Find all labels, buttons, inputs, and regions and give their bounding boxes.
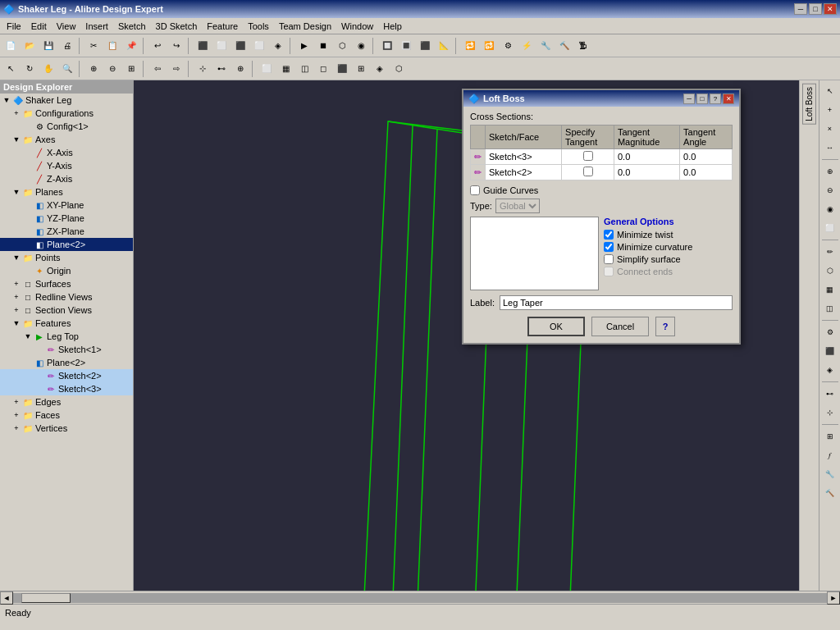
viewport[interactable]: 🔷 Loft Boss ─ □ ? ✕ Cross Sections: Sk [134,80,819,591]
nav1[interactable]: ⇦ [148,60,167,78]
tree-item-leg-top[interactable]: ▼ ▶ Leg Top [0,330,133,343]
tree-item-surfaces[interactable]: + □ Surfaces [0,277,133,290]
minimize-curvature-checkbox[interactable] [604,242,614,252]
undo-button[interactable]: ↩ [148,37,167,55]
tree-item-sketch2b[interactable]: ✏ Sketch<2> [0,369,133,382]
scroll-left[interactable]: ◄ [0,591,13,605]
tree-item-config1[interactable]: ⚙ Config<1> [0,120,133,133]
loft-boss-side-label[interactable]: Loft Boss [802,84,816,125]
tree-item-sketch1[interactable]: ✏ Sketch<1> [0,343,133,356]
menu-3dsketch[interactable]: 3D Sketch [151,20,203,33]
tb9[interactable]: ◉ [352,37,370,55]
snap1[interactable]: ⊹ [194,60,212,78]
rt11[interactable]: ▦ [821,281,839,299]
expander-leg-top[interactable]: ▼ [23,331,33,341]
expander-edges[interactable]: + [11,397,21,407]
menu-file[interactable]: File [2,20,26,33]
help-button[interactable]: ? [655,317,675,336]
tb20[interactable]: 🗜 [574,37,592,55]
rt3[interactable]: × [821,120,839,138]
tb14[interactable]: 🔁 [461,37,479,55]
tree-item-plane2[interactable]: ◧ Plane<2> [0,238,133,251]
display7[interactable]: ◈ [371,60,389,78]
tree-item-features[interactable]: ▼ 📁 Features [0,317,133,330]
pan-button[interactable]: ✋ [39,60,57,78]
expander-points[interactable]: ▼ [11,253,21,262]
scroll-thumb[interactable] [21,593,71,603]
select-button[interactable]: ↖ [2,60,20,78]
title-controls[interactable]: ─ □ ✕ [794,3,837,15]
label-input[interactable] [500,295,733,310]
dialog-controls[interactable]: ─ □ ? ✕ [683,94,734,104]
scroll-track[interactable] [13,593,827,603]
menu-tools[interactable]: Tools [243,20,274,33]
dlg-help[interactable]: ? [710,94,721,104]
type-select[interactable]: Global Local [495,199,540,213]
rt20[interactable]: 🔧 [821,465,839,483]
rt5[interactable]: ⊕ [821,162,839,180]
expander-surfaces[interactable]: + [11,279,21,289]
expander-shaker-leg[interactable]: ▼ [2,95,11,105]
display6[interactable]: ⊞ [352,60,370,78]
menu-teamdesign[interactable]: Team Design [274,20,336,33]
rt15[interactable]: ◈ [821,361,839,379]
rt7[interactable]: ◉ [821,200,839,218]
rt21[interactable]: 🔨 [821,484,839,502]
tb4[interactable]: ⬜ [250,37,268,55]
minimize-button[interactable]: ─ [794,3,807,15]
menu-help[interactable]: Help [378,20,407,33]
tree-item-edges[interactable]: + 📁 Edges [0,395,133,409]
zoom-button[interactable]: 🔍 [58,60,76,78]
cut-button[interactable]: ✂ [84,37,103,55]
dlg-minimize[interactable]: ─ [683,94,695,104]
rt1[interactable]: ↖ [821,82,839,100]
tb18[interactable]: 🔧 [536,37,555,55]
simplify-surface-checkbox[interactable] [604,254,614,264]
tree-item-points[interactable]: ▼ 📁 Points [0,251,133,264]
tb6[interactable]: ▶ [295,37,313,55]
row2-specify[interactable] [562,165,614,180]
tb15[interactable]: 🔂 [480,37,498,55]
dlg-close[interactable]: ✕ [723,94,734,104]
tree-item-plane2b[interactable]: ◧ Plane<2> [0,356,133,369]
connect-ends-checkbox[interactable] [604,267,614,276]
expander-section-views[interactable]: + [11,305,21,315]
zoom-out[interactable]: ⊖ [103,60,121,78]
copy-button[interactable]: 📋 [103,37,121,55]
tb17[interactable]: ⚡ [518,37,536,55]
tree-item-yzplane[interactable]: ◧ YZ-Plane [0,212,133,225]
display5[interactable]: ⬛ [333,60,351,78]
rotate-button[interactable]: ↻ [21,60,39,78]
tb19[interactable]: 🔨 [555,37,573,55]
tb5[interactable]: ◈ [269,37,287,55]
scroll-right[interactable]: ► [827,591,840,605]
print-button[interactable]: 🖨 [58,37,76,55]
display4[interactable]: ◻ [314,60,332,78]
tb12[interactable]: ⬛ [416,37,434,55]
open-button[interactable]: 📂 [21,37,39,55]
menu-view[interactable]: View [52,20,81,33]
tree-item-zxplane[interactable]: ◧ ZX-Plane [0,225,133,238]
expander-vertices[interactable]: + [11,423,21,433]
tb11[interactable]: 🔳 [397,37,415,55]
tree-item-xaxis[interactable]: ╱ X-Axis [0,146,133,159]
tree-item-xyplane[interactable]: ◧ XY-Plane [0,199,133,212]
guide-curves-checkbox[interactable] [470,185,480,195]
menu-sketch[interactable]: Sketch [113,20,151,33]
tb13[interactable]: 📐 [435,37,453,55]
rt17[interactable]: ⊹ [821,404,839,422]
display1[interactable]: ⬜ [258,60,276,78]
menu-window[interactable]: Window [336,20,378,33]
zoom-fit[interactable]: ⊞ [122,60,140,78]
cancel-button[interactable]: Cancel [591,317,649,336]
new-button[interactable]: 📄 [2,37,20,55]
tree-item-zaxis[interactable]: ╱ Z-Axis [0,172,133,185]
tree-item-faces[interactable]: + 📁 Faces [0,409,133,422]
rt19[interactable]: 𝑓 [821,446,839,464]
snap2[interactable]: ⊷ [212,60,231,78]
tree-item-sketch3b[interactable]: ✏ Sketch<3> [0,382,133,395]
rt16[interactable]: ⊷ [821,385,839,403]
rt9[interactable]: ✏ [821,243,839,261]
tb8[interactable]: ⬡ [333,37,351,55]
tree-item-shaker-leg[interactable]: ▼ 🔷 Shaker Leg [0,94,133,107]
